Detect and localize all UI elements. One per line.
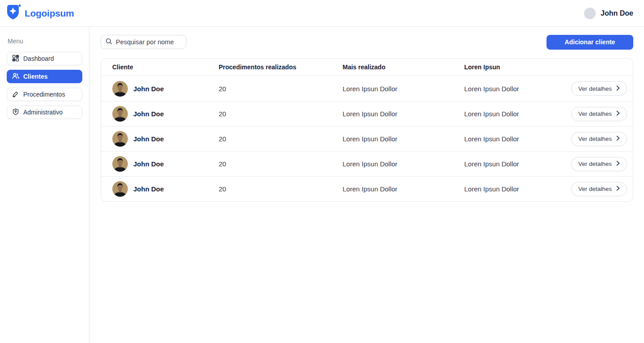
users-icon [12, 72, 19, 81]
view-details-button[interactable]: Ver detalhes [571, 107, 627, 121]
chevron-right-icon [616, 136, 620, 142]
column-header-loren-ipsun: Loren Ipsun [464, 64, 568, 71]
actions-cell: Ver detalhes [568, 107, 627, 121]
column-header-procedimentos: Procedimentos realizados [219, 64, 343, 71]
most-performed: Loren Ipsun Dollor [343, 110, 464, 118]
client-photo-avatar [112, 81, 128, 97]
procedures-count: 20 [219, 110, 343, 118]
user-menu[interactable]: John Doe [584, 8, 633, 19]
client-name: John Doe [133, 85, 164, 93]
shield-icon [12, 108, 19, 117]
client-photo-avatar [112, 106, 128, 122]
client-cell: John Doe [112, 181, 219, 197]
search-input[interactable] [116, 38, 182, 46]
main-content: Adicionar cliente Cliente Procedimentos … [89, 27, 644, 343]
search-icon [106, 38, 112, 47]
client-cell: John Doe [112, 156, 219, 172]
client-name: John Doe [133, 110, 164, 118]
most-performed: Loren Ipsun Dollor [343, 185, 464, 193]
user-name: John Doe [601, 9, 633, 17]
view-details-button[interactable]: Ver detalhes [571, 81, 627, 96]
procedures-count: 20 [219, 160, 343, 168]
chevron-right-icon [616, 161, 620, 167]
loren-ipsun-value: Loren Ipsun Dollor [464, 85, 568, 93]
sidebar-item-label: Clientes [23, 73, 47, 80]
table-row: John Doe 20 Loren Ipsun Dollor Loren Ips… [101, 76, 633, 101]
view-details-button[interactable]: Ver detalhes [571, 132, 627, 146]
sidebar: Menu Dashboard Clie [0, 27, 89, 343]
sidebar-menu-label: Menu [8, 38, 82, 45]
sidebar-item-administrativo[interactable]: Administrativo [7, 106, 82, 119]
client-cell: John Doe [112, 131, 219, 147]
sidebar-item-clientes[interactable]: Clientes [7, 70, 82, 83]
actions-cell: Ver detalhes [568, 132, 627, 146]
table-header-row: Cliente Procedimentos realizados Mais re… [101, 59, 633, 76]
sidebar-item-label: Administrativo [23, 109, 63, 116]
procedures-count: 20 [219, 185, 343, 193]
view-details-button[interactable]: Ver detalhes [571, 157, 627, 171]
pen-icon [12, 90, 19, 99]
client-name: John Doe [133, 185, 164, 193]
dashboard-grid-icon [12, 55, 19, 63]
logo-shield-icon [6, 4, 21, 23]
chevron-right-icon [616, 186, 620, 192]
chevron-right-icon [616, 110, 620, 117]
loren-ipsun-value: Loren Ipsun Dollor [464, 185, 568, 193]
actions-cell: Ver detalhes [568, 157, 627, 171]
most-performed: Loren Ipsun Dollor [343, 135, 464, 143]
chevron-right-icon [616, 85, 620, 92]
client-cell: John Doe [112, 81, 219, 97]
loren-ipsun-value: Loren Ipsun Dollor [464, 160, 568, 168]
column-header-cliente: Cliente [112, 64, 219, 71]
table-row: John Doe 20 Loren Ipsun Dollor Loren Ips… [101, 126, 633, 151]
actions-cell: Ver detalhes [568, 182, 627, 196]
sidebar-item-dashboard[interactable]: Dashboard [7, 52, 82, 65]
client-cell: John Doe [112, 106, 219, 122]
table-row: John Doe 20 Loren Ipsun Dollor Loren Ips… [101, 151, 633, 176]
add-client-button[interactable]: Adicionar cliente [547, 35, 633, 50]
top-header: Logoipsum John Doe [0, 0, 644, 27]
view-details-label: Ver detalhes [578, 186, 612, 192]
table-row: John Doe 20 Loren Ipsun Dollor Loren Ips… [101, 101, 633, 126]
sidebar-item-label: Dashboard [23, 55, 54, 62]
brand-name: Logoipsum [25, 8, 74, 19]
table-row: John Doe 20 Loren Ipsun Dollor Loren Ips… [101, 176, 633, 201]
clients-table: Cliente Procedimentos realizados Mais re… [101, 58, 633, 202]
table-body: John Doe 20 Loren Ipsun Dollor Loren Ips… [101, 76, 633, 201]
procedures-count: 20 [219, 85, 343, 93]
procedures-count: 20 [219, 135, 343, 143]
most-performed: Loren Ipsun Dollor [343, 85, 464, 93]
most-performed: Loren Ipsun Dollor [343, 160, 464, 168]
toolbar: Adicionar cliente [101, 35, 633, 49]
view-details-label: Ver detalhes [578, 110, 612, 117]
view-details-label: Ver detalhes [578, 85, 612, 92]
brand-logo: Logoipsum [6, 4, 74, 23]
client-photo-avatar [112, 131, 128, 147]
loren-ipsun-value: Loren Ipsun Dollor [464, 110, 568, 118]
client-photo-avatar [112, 156, 128, 172]
view-details-label: Ver detalhes [578, 136, 612, 142]
sidebar-item-procedimentos[interactable]: Procedimentos [7, 88, 82, 101]
user-avatar [584, 8, 596, 19]
client-name: John Doe [133, 160, 164, 168]
loren-ipsun-value: Loren Ipsun Dollor [464, 135, 568, 143]
client-name: John Doe [133, 135, 164, 143]
client-photo-avatar [112, 181, 128, 197]
search-box[interactable] [101, 35, 186, 49]
view-details-button[interactable]: Ver detalhes [571, 182, 627, 196]
view-details-label: Ver detalhes [578, 161, 612, 167]
actions-cell: Ver detalhes [568, 81, 627, 96]
column-header-mais-realizado: Mais realizado [343, 64, 464, 71]
sidebar-item-label: Procedimentos [23, 91, 65, 98]
